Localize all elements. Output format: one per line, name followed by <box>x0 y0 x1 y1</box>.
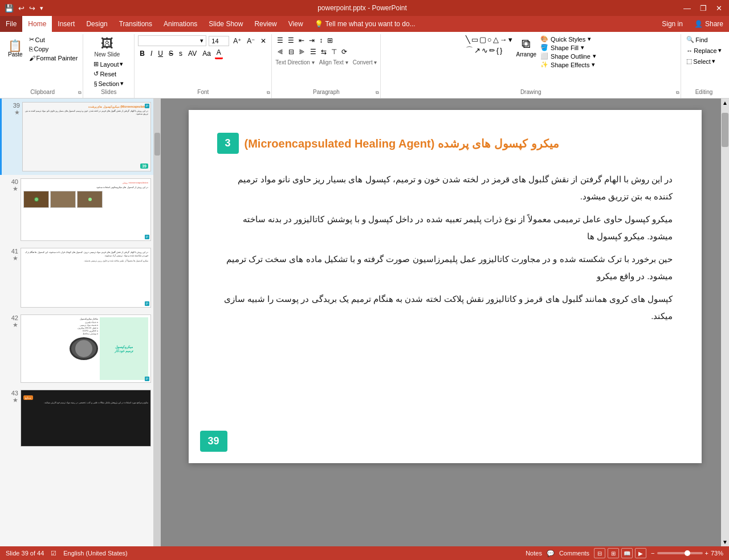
numbering-button[interactable]: ☰ <box>286 35 296 46</box>
menu-design[interactable]: Design <box>80 16 113 32</box>
scroll-down[interactable]: ▼ <box>721 538 729 546</box>
zoom-in-button[interactable]: + <box>705 550 708 557</box>
menu-transitions[interactable]: Transitions <box>113 16 158 32</box>
notes-button[interactable]: Notes <box>526 550 542 557</box>
find-button[interactable]: 🔍 Find <box>685 35 709 44</box>
italic-button[interactable]: I <box>149 48 154 59</box>
slide-panel-scrollbar[interactable] <box>154 99 161 546</box>
align-justify-button[interactable]: ☰ <box>308 47 318 57</box>
tell-me-field[interactable]: 💡 Tell me what you want to do... <box>309 16 657 32</box>
replace-button[interactable]: ↔ Replace ▾ <box>685 46 723 55</box>
char-spacing-button[interactable]: AV <box>186 48 198 59</box>
shape-line[interactable]: ╲ <box>466 35 470 44</box>
line-spacing-button[interactable]: ↕ <box>317 35 324 46</box>
shape-rect[interactable]: ▭ <box>471 35 478 44</box>
paragraph-expand[interactable]: ⧉ <box>376 90 379 96</box>
smart-art-button[interactable]: ⟳ <box>340 47 349 57</box>
underline-button[interactable]: U <box>156 48 165 59</box>
shape-bracket[interactable]: { <box>496 46 499 55</box>
slide-thumb-43[interactable]: 43 ★ منابع منابع و مراجع مورد استفاده در… <box>0 386 153 450</box>
quick-access-redo[interactable]: ↪ <box>29 4 35 13</box>
shadow-button[interactable]: s <box>177 48 184 59</box>
align-text-button[interactable]: ⊤ <box>329 47 339 57</box>
text-direction-button[interactable]: ⇆ <box>319 47 328 57</box>
shape-more[interactable]: ▾ <box>508 35 512 44</box>
zoom-out-button[interactable]: − <box>651 550 654 557</box>
menu-file[interactable]: File <box>0 16 22 32</box>
shape-bend[interactable]: ↗ <box>474 46 480 55</box>
paste-button[interactable]: 📋 Paste <box>6 39 25 59</box>
quick-styles-chevron[interactable]: ▾ <box>588 35 591 43</box>
normal-view-button[interactable]: ⊟ <box>594 548 605 558</box>
section-button[interactable]: § Section ▾ <box>92 79 125 88</box>
align-left-button[interactable]: ⫷ <box>275 47 286 57</box>
new-slide-button[interactable]: 🖼 New Slide <box>92 35 122 59</box>
window-maximize[interactable]: ❐ <box>698 4 709 13</box>
canvas-scrollbar[interactable]: ▲ ▼ <box>721 99 729 546</box>
align-center-button[interactable]: ⊟ <box>287 47 296 57</box>
shape-circle[interactable]: ○ <box>487 35 492 44</box>
reading-view-button[interactable]: 📖 <box>621 548 633 558</box>
menu-review[interactable]: Review <box>249 16 282 32</box>
shape-brace[interactable]: } <box>500 46 502 55</box>
slide-thumb-41[interactable]: 41 ★ در این روش با الهام گرفتن از نقش گل… <box>0 244 153 311</box>
bullets-button[interactable]: ☰ <box>275 35 285 46</box>
menu-view[interactable]: View <box>283 16 309 32</box>
slide-thumb-42[interactable]: 42 ★ ساختار میکروکپسول ● غشاء پلیمری ● ه… <box>0 311 153 386</box>
shape-roundrect[interactable]: ▢ <box>479 35 486 44</box>
columns-button[interactable]: ⊞ <box>325 35 335 46</box>
comments-button[interactable]: Comments <box>559 550 589 557</box>
menu-insert[interactable]: Insert <box>52 16 80 32</box>
ribbon-group-slides: 🖼 New Slide ⊞ Layout ▾ ↺ Reset § Section… <box>83 34 135 98</box>
bold-button[interactable]: B <box>138 48 146 59</box>
window-close[interactable]: ✕ <box>714 4 724 13</box>
shape-fill-chevron[interactable]: ▾ <box>581 44 584 51</box>
quick-styles-label[interactable]: Quick Styles <box>551 36 585 43</box>
cut-button[interactable]: ✂ Cut <box>27 35 80 44</box>
slide-thumb-40[interactable]: 40 ★ microencapsulation روش در این روش ا… <box>0 175 153 244</box>
align-right-button[interactable]: ⫸ <box>297 47 307 57</box>
drawing-expand[interactable]: ⧉ <box>676 90 679 96</box>
layout-button[interactable]: ⊞ Layout ▾ <box>92 60 125 68</box>
quick-access-undo[interactable]: ↩ <box>18 4 25 13</box>
format-painter-button[interactable]: 🖌 Format Painter <box>27 54 80 62</box>
zoom-control[interactable]: − + 73% <box>651 550 723 557</box>
strikethrough-button[interactable]: S <box>167 48 175 59</box>
share-button[interactable]: 👤 Share <box>689 16 729 32</box>
arrange-button[interactable]: ⧉ Arrange <box>514 35 539 59</box>
reset-button[interactable]: ↺ Reset <box>92 70 118 78</box>
font-name-dropdown[interactable]: ▾ <box>138 35 206 46</box>
quick-access-save[interactable]: 💾 <box>5 4 14 13</box>
menu-animations[interactable]: Animations <box>158 16 203 32</box>
shape-arrow[interactable]: → <box>500 35 507 44</box>
shape-curve[interactable]: ∿ <box>482 46 488 55</box>
clear-format-button[interactable]: ✕ <box>259 36 268 46</box>
shape-freeform[interactable]: ✏ <box>489 46 495 55</box>
shape-outline-chevron[interactable]: ▾ <box>593 52 596 60</box>
font-increase-button[interactable]: A⁺ <box>231 36 243 46</box>
slideshow-button[interactable]: ▶ <box>635 548 646 558</box>
menu-slideshow[interactable]: Slide Show <box>203 16 249 32</box>
clipboard-expand[interactable]: ⧉ <box>78 90 82 96</box>
scroll-up[interactable]: ▲ <box>721 99 729 107</box>
indent-increase-button[interactable]: ⇥ <box>307 35 316 46</box>
shape-outline-label[interactable]: Shape Outline <box>551 53 590 60</box>
font-size-input[interactable]: 14 <box>209 36 229 46</box>
indent-decrease-button[interactable]: ⇤ <box>297 35 306 46</box>
font-decrease-button[interactable]: A⁻ <box>245 36 256 46</box>
window-minimize[interactable]: — <box>681 4 693 13</box>
slide-sorter-button[interactable]: ⊞ <box>608 548 619 558</box>
slide-thumb-39[interactable]: 39 ★ میکرو کپسول های پرشده (Microencapsu… <box>0 99 153 175</box>
copy-button[interactable]: ⎘ Copy <box>27 45 80 53</box>
shape-triangle[interactable]: △ <box>493 35 499 44</box>
sign-in-button[interactable]: Sign in <box>656 16 689 32</box>
shape-effects-label[interactable]: Shape Effects <box>551 62 589 68</box>
font-color-button[interactable]: A <box>215 47 223 59</box>
select-button[interactable]: ⬚ Select ▾ <box>685 57 717 66</box>
shape-fill-label[interactable]: Shape Fill <box>551 44 579 51</box>
case-button[interactable]: Aa <box>201 48 213 59</box>
font-expand[interactable]: ⧉ <box>267 90 270 96</box>
menu-home[interactable]: Home <box>22 16 52 32</box>
shape-connector[interactable]: ⌒ <box>466 45 473 55</box>
shape-effects-chevron[interactable]: ▾ <box>592 61 595 68</box>
